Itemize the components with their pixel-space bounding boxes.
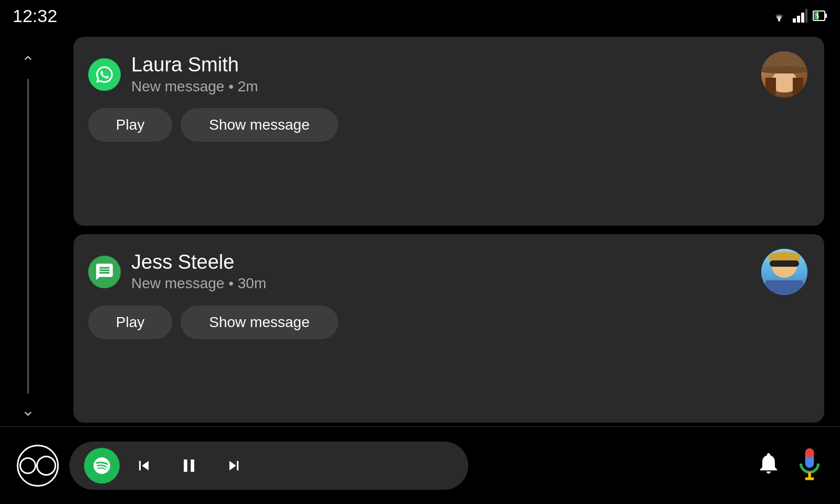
previous-icon	[134, 456, 153, 475]
card-top-1: Laura Smith New message • 2m	[88, 51, 807, 98]
card-info-1: Laura Smith New message • 2m	[131, 54, 751, 95]
svg-rect-4	[805, 9, 807, 23]
microphone-icon	[796, 448, 823, 481]
svg-rect-3	[801, 13, 804, 23]
whatsapp-icon	[88, 58, 121, 91]
next-icon	[225, 456, 244, 475]
android-auto-icon	[19, 457, 36, 474]
card-actions-1: Play Show message	[88, 108, 807, 142]
notification-card-2: Jess Steele New message • 30m Play Show …	[74, 234, 824, 423]
google-messages-icon	[88, 256, 121, 288]
pause-icon	[178, 455, 200, 476]
spotify-icon	[92, 456, 112, 476]
show-message-button-2[interactable]: Show message	[181, 306, 338, 339]
svg-rect-2	[797, 16, 800, 23]
wifi-icon	[771, 9, 788, 23]
whatsapp-svg	[94, 65, 114, 85]
svg-rect-12	[805, 448, 814, 458]
avatar-2	[761, 249, 807, 295]
svg-rect-1	[793, 18, 796, 23]
microphone-button[interactable]	[796, 448, 823, 482]
notification-card-1: Laura Smith New message • 2m Play Show m…	[74, 37, 824, 226]
card-top-2: Jess Steele New message • 30m	[88, 249, 807, 295]
spotify-button[interactable]	[84, 448, 120, 484]
scroll-down-button[interactable]: ⌄	[21, 400, 35, 420]
notifications-list: Laura Smith New message • 2m Play Show m…	[74, 37, 824, 423]
show-message-button-1[interactable]: Show message	[181, 108, 338, 142]
contact-name-2: Jess Steele	[131, 251, 751, 274]
svg-point-0	[778, 19, 780, 22]
right-controls	[756, 448, 823, 482]
bell-icon	[756, 450, 781, 476]
clock: 12:32	[13, 6, 57, 26]
play-button-1[interactable]: Play	[88, 108, 172, 142]
message-meta-1: New message • 2m	[131, 78, 751, 95]
avatar-1	[761, 51, 807, 98]
next-button[interactable]	[214, 452, 254, 479]
status-bar: 12:32	[0, 0, 840, 32]
card-actions-2: Play Show message	[88, 306, 807, 339]
message-meta-2: New message • 30m	[131, 275, 751, 292]
battery-icon	[813, 9, 827, 23]
pause-button[interactable]	[168, 451, 210, 480]
status-icons	[771, 9, 827, 23]
previous-button[interactable]	[124, 452, 164, 479]
messages-svg	[94, 262, 114, 282]
bottom-bar	[0, 426, 840, 504]
bell-button[interactable]	[756, 450, 781, 481]
android-auto-button[interactable]	[17, 445, 59, 487]
contact-name-1: Laura Smith	[131, 54, 751, 76]
media-controls	[69, 442, 468, 490]
signal-icon	[793, 9, 807, 23]
play-button-2[interactable]: Play	[88, 306, 172, 339]
scroll-arrows: ⌃ ⌄	[21, 52, 35, 420]
scroll-up-button[interactable]: ⌃	[21, 52, 35, 72]
scroll-line	[27, 79, 29, 394]
card-info-2: Jess Steele New message • 30m	[131, 251, 751, 292]
svg-rect-6	[825, 14, 827, 18]
